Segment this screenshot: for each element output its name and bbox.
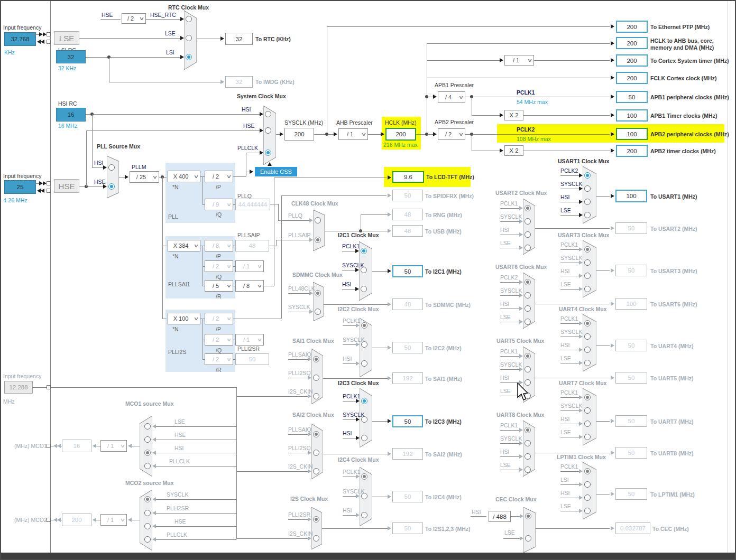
- sai2-mux-port-2[interactable]: [313, 468, 319, 474]
- to-i2c1-value-box[interactable]: 50: [392, 265, 423, 277]
- hclk-ahb-bus-value-box[interactable]: 200: [616, 37, 648, 49]
- usart3-mux-port-0[interactable]: [584, 246, 591, 253]
- i2c3-mux-port-2[interactable]: [361, 435, 367, 441]
- rtc-mux-port-2[interactable]: [186, 54, 192, 60]
- clk48-mux-port-0[interactable]: [315, 217, 321, 223]
- to-lcd-tft-value-box[interactable]: 9.6: [392, 171, 424, 183]
- plli2s-p-divider[interactable]: / 2∨: [205, 313, 233, 324]
- sai1-mux-port-2[interactable]: [313, 393, 319, 399]
- plli2s-qdiv-divider[interactable]: / 1∨: [235, 334, 264, 346]
- uart7-mux-port-0[interactable]: [584, 394, 591, 400]
- sai1-mux-port-0[interactable]: [313, 356, 319, 362]
- rtc-mux-port-1[interactable]: [186, 35, 192, 41]
- plli2s-r-divider[interactable]: / 2∨: [205, 353, 233, 365]
- usart2-mux-port-0[interactable]: [525, 205, 531, 211]
- uart8-mux-port-3[interactable]: [525, 466, 531, 473]
- hsi-rc-value-box[interactable]: 16: [56, 108, 86, 122]
- pllsrc-port-0[interactable]: [108, 164, 115, 171]
- pllm-dropdown[interactable]: / 25∨: [130, 171, 159, 183]
- rtc-mux-port-0[interactable]: [186, 16, 192, 22]
- rtc-hse-divider-dropdown[interactable]: / 2∨: [122, 13, 146, 24]
- mco1-mux-port-3[interactable]: [144, 463, 151, 469]
- to-cortex-system-timer-value-box[interactable]: 200: [616, 54, 648, 67]
- ahb-prescaler-dropdown[interactable]: / 1∨: [338, 128, 368, 140]
- uart5-mux-port-1[interactable]: [525, 366, 531, 372]
- i2c2-mux-port-0[interactable]: [361, 322, 367, 329]
- uart4-mux-port-3[interactable]: [584, 360, 591, 366]
- i2c4-mux-port-2[interactable]: [361, 512, 367, 518]
- i2s-ckin-input-frequency-field[interactable]: 12.288: [4, 381, 33, 394]
- lptim1-mux-port-3[interactable]: [584, 508, 591, 514]
- usart3-mux-port-1[interactable]: [584, 259, 591, 266]
- lse-input-frequency-field[interactable]: 32.768: [4, 32, 36, 46]
- fclk-cortex-clock-value-box[interactable]: 200: [616, 72, 648, 84]
- mco2-divider-dropdown[interactable]: / 1∨: [100, 514, 127, 526]
- usart3-mux-port-2[interactable]: [584, 273, 591, 279]
- pllsai1-qdiv-divider[interactable]: / 1∨: [235, 260, 264, 272]
- to-i2c3-value-box[interactable]: 50: [392, 415, 423, 427]
- i2s-mux-port-1[interactable]: [313, 535, 319, 542]
- usart1-mux-port-2[interactable]: [584, 199, 591, 205]
- mco2-mux-port-1[interactable]: [144, 510, 151, 516]
- to-rtc-value-box[interactable]: 32: [225, 33, 253, 45]
- mco1-mux-port-1[interactable]: [144, 436, 151, 443]
- mco1-mux-port-2[interactable]: [144, 450, 151, 456]
- i2c3-mux-port-0[interactable]: [361, 398, 367, 404]
- mco2-mux-port-2[interactable]: [144, 523, 151, 529]
- sysmux-port-2[interactable]: [265, 150, 271, 156]
- sdmmc-mux-port-1[interactable]: [315, 309, 321, 315]
- sysclk-value-box[interactable]: 200: [284, 128, 314, 141]
- hclk-value-box[interactable]: 200: [385, 128, 416, 141]
- clk48-mux-port-1[interactable]: [315, 237, 321, 243]
- lsi-rc-value-box[interactable]: 32: [56, 50, 86, 63]
- pll-n-multiplier[interactable]: X 400∨: [168, 171, 200, 182]
- usart2-mux-port-2[interactable]: [525, 231, 531, 238]
- apb1-peripheral-clocks-value-box[interactable]: 50: [616, 91, 648, 103]
- cortex-timer-divider-dropdown[interactable]: / 1∨: [504, 55, 534, 66]
- i2c1-mux-port-0[interactable]: [361, 248, 367, 254]
- usart6-mux-port-1[interactable]: [525, 292, 531, 298]
- apb1-timer-clocks-value-box[interactable]: 100: [616, 109, 648, 122]
- lptim1-mux-port-1[interactable]: [584, 481, 591, 488]
- usart6-mux-port-3[interactable]: [525, 319, 531, 325]
- enable-css-button[interactable]: Enable CSS: [255, 167, 297, 176]
- pll-p-divider[interactable]: / 2∨: [205, 171, 233, 182]
- sysmux-port-0[interactable]: [265, 111, 271, 117]
- apb2-peripheral-clocks-value-box[interactable]: 100: [616, 128, 648, 140]
- i2c1-mux-port-2[interactable]: [361, 286, 367, 292]
- to-ethernet-ptp-value-box[interactable]: 200: [616, 21, 648, 33]
- i2c2-mux-port-2[interactable]: [361, 360, 367, 367]
- i2s-mux-port-0[interactable]: [313, 516, 319, 522]
- pllsai1-rdiv-divider[interactable]: / 8∨: [235, 280, 264, 292]
- mco1-divider-dropdown[interactable]: / 1∨: [100, 440, 127, 452]
- pll-q-divider[interactable]: / 9∨: [205, 199, 233, 210]
- sysmux-port-1[interactable]: [265, 127, 271, 134]
- mco1-mux-port-0[interactable]: [144, 423, 151, 430]
- cec-mux-port-1[interactable]: [525, 535, 531, 542]
- hse-input-frequency-field[interactable]: 25: [4, 180, 36, 194]
- apb2-timer-clocks-value-box[interactable]: 200: [616, 145, 648, 157]
- usart2-mux-port-1[interactable]: [525, 218, 531, 225]
- sdmmc-mux-port-0[interactable]: [315, 290, 321, 296]
- pllsrc-port-1[interactable]: [108, 183, 115, 190]
- to-usart1-value-box[interactable]: 100: [615, 190, 647, 202]
- pllsai1-r-divider[interactable]: / 5∨: [205, 280, 233, 292]
- uart4-mux-port-1[interactable]: [584, 333, 591, 340]
- usart3-mux-port-3[interactable]: [584, 286, 591, 292]
- pllsai1-q-divider[interactable]: / 2∨: [205, 260, 233, 272]
- usart6-mux-port-2[interactable]: [525, 305, 531, 312]
- uart7-mux-port-2[interactable]: [584, 421, 591, 427]
- uart8-mux-port-2[interactable]: [525, 453, 531, 460]
- usart1-mux-port-1[interactable]: [584, 185, 591, 192]
- uart7-mux-port-3[interactable]: [584, 434, 591, 440]
- cec-mux-port-0[interactable]: [525, 513, 531, 519]
- usart1-mux-port-3[interactable]: [584, 212, 591, 218]
- mco2-mux-port-3[interactable]: [144, 536, 151, 543]
- lptim1-mux-port-2[interactable]: [584, 494, 591, 501]
- usart1-mux-port-0[interactable]: [584, 172, 591, 179]
- uart4-mux-port-2[interactable]: [584, 347, 591, 353]
- lptim1-mux-port-0[interactable]: [584, 468, 591, 474]
- pllsai1-n-multiplier[interactable]: X 384∨: [168, 240, 200, 251]
- uart4-mux-port-0[interactable]: [584, 320, 591, 326]
- sai2-mux-port-1[interactable]: [313, 450, 319, 456]
